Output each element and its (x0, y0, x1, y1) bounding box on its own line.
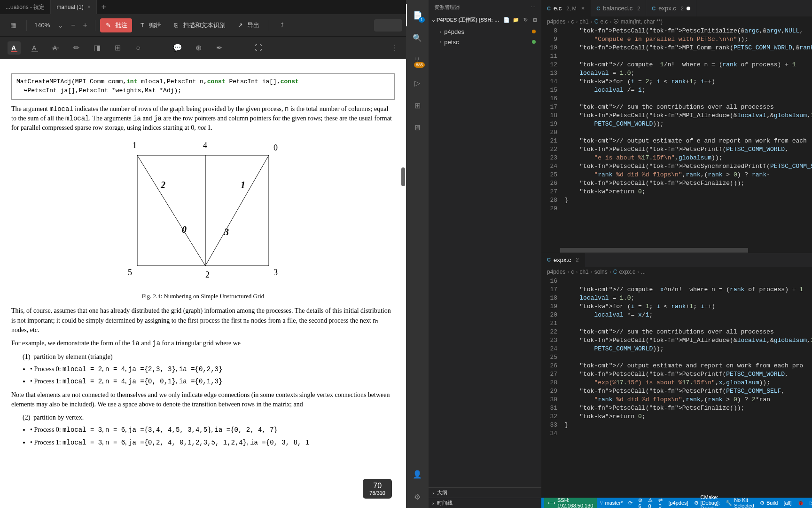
modified-marker (532, 30, 536, 33)
cmake-status[interactable]: ⚙ CMake: [Debug]: Ready (691, 498, 723, 508)
crop-icon[interactable]: ⛶ (252, 41, 265, 55)
workspace-header[interactable]: ⌄ P4PDES (工作区) [SSH: 192.168.5... 📄 📁 ↻ … (429, 14, 541, 25)
tab-expx-c-2[interactable]: Cexpx.c2 (541, 253, 585, 267)
outline-section[interactable]: ›大纲 (429, 487, 541, 498)
close-icon[interactable]: × (87, 4, 91, 10)
more-icon[interactable]: ⋯ (531, 4, 536, 10)
build-target[interactable]: [all] (781, 498, 794, 508)
share-button[interactable]: ⤴ (274, 19, 291, 32)
ocr-button[interactable]: ⎘扫描和文本识别 (168, 18, 230, 32)
edit-button[interactable]: T编辑 (134, 18, 166, 32)
c-file-icon: C (547, 257, 551, 262)
kit-selector[interactable]: 🔧 No Kit Selected (723, 498, 757, 508)
separator (269, 20, 269, 31)
list-item: • Process 1: mlocal = 2, n = 4, ja ={0, … (30, 377, 395, 386)
refresh-icon[interactable]: ↻ (522, 17, 529, 23)
scroll-thumb[interactable] (560, 248, 748, 253)
debug-button[interactable]: 🐞 (795, 498, 807, 508)
project-indicator[interactable]: [p4pdes] (665, 498, 691, 508)
source-control-icon[interactable]: ⑂885 (406, 49, 429, 71)
svg-text:5: 5 (128, 268, 132, 277)
shape-icon[interactable]: ○ (132, 41, 145, 55)
tab-e-c[interactable]: Ce.c2, M× (541, 0, 591, 16)
remote-icon[interactable]: 🖥 (406, 117, 429, 139)
branch-indicator[interactable]: ⑂ master* (597, 498, 625, 508)
figure-caption: Fig. 2.4: Numbering on Simple Unstructur… (11, 292, 395, 301)
activity-bar: 📄1 🔍 ⑂885 ▷ ⊞ 🖥 👤 ⚙ (406, 0, 429, 508)
settings-icon[interactable]: ⚙ (406, 485, 429, 508)
zoom-level[interactable]: 140% (31, 22, 54, 29)
sync-button[interactable]: ⟳ (625, 498, 635, 508)
tab-expx-c[interactable]: Cexpx.c2 (646, 0, 696, 16)
tab-balanced-c[interactable]: Cbalanced.c2 (591, 0, 646, 16)
page-indicator[interactable]: 70 78/310 (363, 479, 392, 499)
pdf-tab-1[interactable]: ...uations - 祝定 (0, 0, 51, 14)
timeline-section[interactable]: ›时间线 (429, 498, 541, 508)
search-box[interactable] (374, 19, 402, 32)
errors-indicator[interactable]: ⊘ 6 (635, 498, 645, 508)
debug-icon[interactable]: ▷ (406, 71, 429, 94)
thumbnails-button[interactable]: ▦ (5, 19, 22, 32)
close-icon[interactable]: × (581, 5, 585, 12)
new-folder-icon[interactable]: 📁 (512, 17, 520, 23)
svg-rect-1 (11, 51, 17, 52)
modified-marker (532, 40, 536, 44)
signature-icon[interactable]: ✒ (212, 41, 226, 55)
svg-text:0: 0 (273, 143, 278, 152)
tree-folder-p4pdes[interactable]: ›p4pdes (429, 26, 541, 37)
collapse-icon[interactable]: ⋮ (391, 43, 398, 52)
new-tab-button[interactable]: + (97, 2, 111, 12)
comment-icon[interactable]: 💬 (171, 41, 184, 55)
chevron-right-icon: › (440, 29, 441, 34)
search-icon[interactable]: 🔍 (406, 26, 429, 49)
text-color-icon[interactable]: A (8, 41, 21, 55)
extensions-icon[interactable]: ⊞ (406, 94, 429, 117)
status-bar: ⟷ SSH: 192.168.50.130 ⑂ master* ⟳ ⊘ 6 ⚠ … (541, 498, 812, 508)
scrollbar[interactable] (401, 59, 405, 508)
paragraph: This, of course, assumes that one has al… (11, 306, 395, 335)
editor-area: Ce.c2, M× Cbalanced.c2 Cexpx.c2 ▷⌄ p4pde… (541, 0, 812, 508)
remote-indicator[interactable]: ⟷ SSH: 192.168.50.130 (544, 498, 597, 508)
chevron-right-icon: › (440, 40, 441, 45)
warnings-indicator[interactable]: ⚠ 0 (645, 498, 656, 508)
svg-marker-12 (137, 155, 269, 266)
zoom-in-button[interactable]: + (79, 21, 91, 30)
stamp-icon[interactable]: ⊕ (192, 41, 205, 55)
c-file-icon: C (652, 6, 656, 11)
zoom-dropdown-icon[interactable]: ⌄ (54, 21, 67, 30)
h-scrollbar[interactable] (541, 248, 812, 253)
collapse-icon[interactable]: ⊟ (531, 17, 539, 23)
chevron-right-icon: › (432, 490, 434, 496)
run-button[interactable]: ▷ (807, 498, 812, 508)
explorer-icon[interactable]: 📄1 (406, 4, 429, 26)
svg-text:1: 1 (133, 141, 137, 150)
separator (26, 20, 27, 31)
breadcrumb-2[interactable]: p4pdes› c› ch1› solns› C expx.c› ... (541, 267, 812, 277)
export-button[interactable]: ↗导出 (232, 18, 264, 32)
svg-text:0: 0 (182, 224, 187, 235)
breadcrumb[interactable]: p4pdes› c› ch1› C e.c› ⦿ main(int, char … (541, 16, 812, 27)
pdf-tab-2[interactable]: manual (1)× (51, 0, 96, 14)
eraser-icon[interactable]: ◨ (90, 41, 103, 55)
list-item: • Process 1: mlocal = 3, n = 6, ja ={0,2… (30, 438, 395, 447)
code-editor-1[interactable]: 8910111213141516171819202122232425262728… (541, 27, 812, 248)
scroll-thumb[interactable] (401, 167, 405, 186)
textbox-icon[interactable]: ⊞ (111, 41, 124, 55)
underline-icon[interactable]: A (28, 41, 41, 55)
pdf-viewport[interactable]: MatCreateMPIAdj(MPI_Comm comm,int mlocal… (0, 59, 406, 508)
annotate-button[interactable]: ✎批注 (100, 18, 132, 32)
pdf-page: MatCreateMPIAdj(MPI_Comm comm,int mlocal… (0, 59, 406, 508)
account-icon[interactable]: 👤 (406, 463, 429, 485)
svg-text:2: 2 (205, 270, 210, 279)
svg-text:4: 4 (203, 141, 207, 150)
ports-indicator[interactable]: ⇌ 0 (656, 498, 665, 508)
new-file-icon[interactable]: 📄 (503, 17, 510, 23)
code-editor-2[interactable]: 16171819202122232425262728293031323334 "… (541, 277, 812, 498)
strikethrough-icon[interactable]: A (49, 41, 62, 55)
svg-text:1: 1 (241, 180, 245, 190)
zoom-out-button[interactable]: − (67, 21, 79, 30)
build-button[interactable]: ⚙ Build (757, 498, 781, 508)
highlighter-icon[interactable]: ✏ (70, 41, 83, 55)
paragraph: For example, we demonstrate the form of … (11, 339, 395, 348)
tree-folder-petsc[interactable]: ›petsc (429, 37, 541, 47)
